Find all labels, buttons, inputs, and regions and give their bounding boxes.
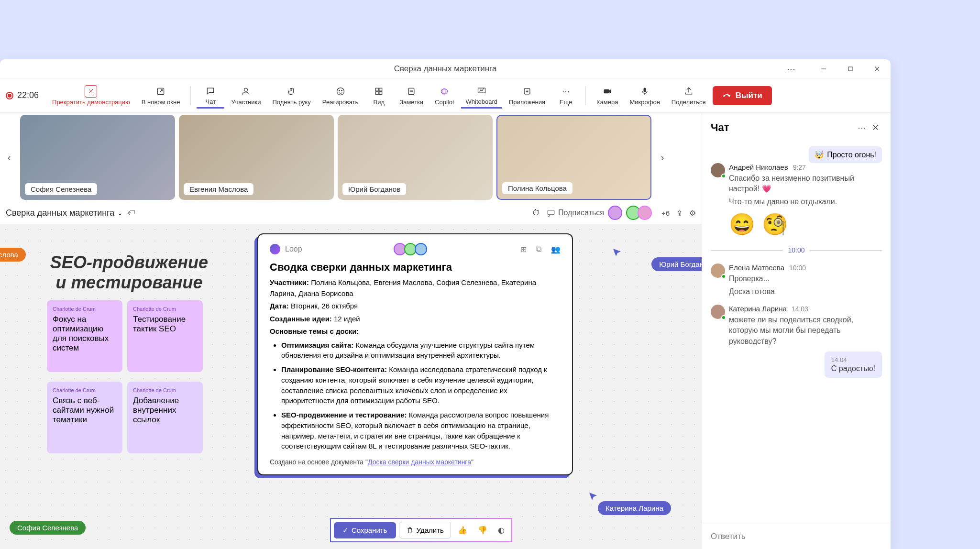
loop-source-link[interactable]: Доска сверки данных маркетинга	[368, 458, 471, 466]
apps-icon	[521, 85, 533, 98]
loop-people-icon[interactable]: 👥	[551, 245, 561, 254]
camera-button[interactable]: Камера	[592, 83, 623, 108]
doc-actions: ⏱ Подписаться +6 ⇪ ⚙	[532, 206, 696, 220]
chat-button[interactable]: Чат	[197, 83, 224, 109]
video-tile[interactable]: София Селезнева	[20, 115, 175, 200]
loop-header: Loop ⊞ ⧉ 👥	[270, 243, 561, 255]
mic-icon	[639, 85, 651, 98]
copilot-button[interactable]: Copilot	[430, 83, 459, 108]
stop-sharing-button[interactable]: Прекратить демонстрацию	[47, 83, 135, 108]
remote-cursor-icon	[612, 248, 622, 257]
share-doc-icon[interactable]: ⇪	[676, 209, 683, 218]
sticky-note[interactable]: Charlotte de CrumДобавление внутренних с…	[127, 382, 203, 453]
reaction-pill[interactable]: 🤯 Просто огонь!	[809, 146, 882, 163]
subscribe-button[interactable]: Подписаться	[547, 209, 604, 217]
eyes-emoji-icon[interactable]: 🧐	[762, 212, 788, 237]
thumbs-down-button[interactable]: 👎	[474, 523, 491, 538]
main-area: ‹ София СелезневаЕвгения МасловаЮрий Бог…	[0, 113, 702, 549]
svg-point-8	[337, 88, 344, 95]
chat-close-button[interactable]: ✕	[869, 120, 882, 136]
laugh-emoji-icon[interactable]: 😄	[729, 212, 755, 237]
loop-topic-item: SEO-продвижение и тестирование: Команда …	[281, 410, 561, 451]
svg-rect-25	[644, 88, 646, 92]
overflow-count[interactable]: +6	[661, 209, 670, 217]
phone-down-icon	[722, 91, 732, 100]
trash-icon	[406, 527, 414, 534]
chat-input[interactable]	[711, 532, 882, 541]
loop-topic-item: Планирование SEO-контента: Команда иссле…	[281, 364, 561, 406]
view-button[interactable]: Вид	[365, 83, 393, 108]
chat-title: Чат	[711, 121, 855, 134]
loop-date: Дата: Вторник, 26 октября	[270, 301, 561, 312]
svg-rect-11	[376, 88, 379, 91]
participants-button[interactable]: Участники	[226, 83, 265, 108]
note-text: Связь с веб-сайтами нужной тематики	[53, 396, 117, 425]
titlebar-more-button[interactable]: ⋯	[778, 59, 804, 78]
loop-copy-icon[interactable]: ⧉	[536, 245, 541, 253]
react-button[interactable]: Реагировать	[318, 83, 363, 108]
whiteboard-canvas[interactable]: Маслова SEO-продвижение и тестирование C…	[0, 224, 702, 549]
avatar-stack[interactable]	[611, 206, 622, 220]
chat-messages[interactable]: 🤯 Просто огонь! Андрей Николаев9:27 Спас…	[702, 143, 891, 524]
mic-button[interactable]: Микрофон	[625, 83, 665, 108]
video-tile[interactable]: Полина Кольцова	[496, 115, 651, 200]
popout-icon	[154, 85, 167, 98]
raise-hand-button[interactable]: Поднять руку	[267, 83, 315, 108]
thumbs-up-button[interactable]: 👍	[454, 523, 471, 538]
maximize-button[interactable]	[837, 59, 864, 78]
apps-button[interactable]: Приложения	[504, 83, 550, 108]
chat-panel: Чат ⋯ ✕ 🤯 Просто огонь! Андрей Николаев9…	[702, 113, 891, 549]
video-prev-button[interactable]: ‹	[2, 115, 16, 200]
notes-button[interactable]: Заметки	[395, 83, 428, 108]
video-tile[interactable]: Юрий Богданов	[338, 115, 493, 200]
window-controls	[810, 59, 891, 78]
app-window: Сверка данных маркетинга ⋯ 22:06 Прекрат…	[0, 59, 891, 549]
whiteboard-button[interactable]: Whiteboard	[461, 83, 502, 109]
video-next-button[interactable]: ›	[655, 115, 670, 200]
avatar-stack[interactable]	[629, 206, 652, 220]
note-text: Тестирование тактик SEO	[133, 315, 197, 334]
chat-header: Чат ⋯ ✕	[702, 113, 891, 143]
sticky-note[interactable]: Charlotte de CrumФокус на оптимизацию дл…	[47, 300, 122, 372]
chat-more-button[interactable]: ⋯	[855, 120, 869, 136]
tag-icon[interactable]: 🏷	[128, 209, 135, 217]
chat-text: Что-то мы давно не отдыхали.	[729, 197, 882, 207]
loop-ideas: Созданные идеи: 12 идей	[270, 314, 561, 325]
avatar	[711, 305, 725, 319]
copilot-icon	[438, 85, 451, 98]
save-button[interactable]: ✓ Сохранить	[334, 522, 396, 538]
presence-pill: Юрий Богдан	[651, 257, 702, 271]
sticky-note[interactable]: Charlotte de CrumСвязь с веб-сайтами нуж…	[47, 382, 122, 453]
timer-icon[interactable]: ⏱	[532, 209, 540, 217]
svg-rect-1	[848, 67, 852, 71]
loop-title: Сводка сверки данных маркетинга	[270, 261, 561, 274]
document-title[interactable]: Сверка данных маркетинга ⌄	[6, 208, 123, 218]
presence-pill: Маслова	[0, 248, 26, 262]
more-icon: ⋯	[560, 85, 572, 98]
participant-name-badge: Полина Кольцова	[502, 182, 573, 194]
time-divider: 10:00	[711, 246, 882, 254]
settings-icon[interactable]: ⚙	[689, 209, 696, 218]
new-window-button[interactable]: В новом окне	[137, 83, 185, 108]
ai-confirm-bar: ✓ Сохранить Удалить 👍 👎 ◐	[330, 518, 512, 542]
presence-pill: Катерина Ларина	[598, 501, 671, 515]
chat-message: Елена Матвеева10:00 Проверка... Доска го…	[711, 264, 882, 297]
minimize-button[interactable]	[810, 59, 837, 78]
svg-rect-24	[604, 89, 609, 93]
delete-button[interactable]: Удалить	[399, 522, 451, 538]
loop-grid-icon[interactable]: ⊞	[520, 245, 527, 254]
sticky-note[interactable]: Charlotte de CrumТестирование тактик SEO	[127, 300, 203, 372]
video-tile[interactable]: Евгения Маслова	[179, 115, 334, 200]
svg-point-18	[441, 89, 448, 94]
chat-meta: Андрей Николаев9:27	[711, 163, 882, 171]
share-button[interactable]: Поделиться	[667, 83, 711, 108]
note-text: Фокус на оптимизацию для поисковых систе…	[53, 315, 117, 353]
svg-rect-12	[379, 88, 382, 91]
share-icon	[683, 85, 695, 98]
video-strip: ‹ София СелезневаЕвгения МасловаЮрий Бог…	[0, 113, 702, 202]
toolbar-separator	[190, 86, 191, 105]
leave-button[interactable]: Выйти	[713, 86, 772, 105]
copilot-react-icon[interactable]: ◐	[494, 523, 508, 538]
close-button[interactable]	[864, 59, 891, 78]
more-button[interactable]: ⋯ Еще	[552, 83, 580, 108]
